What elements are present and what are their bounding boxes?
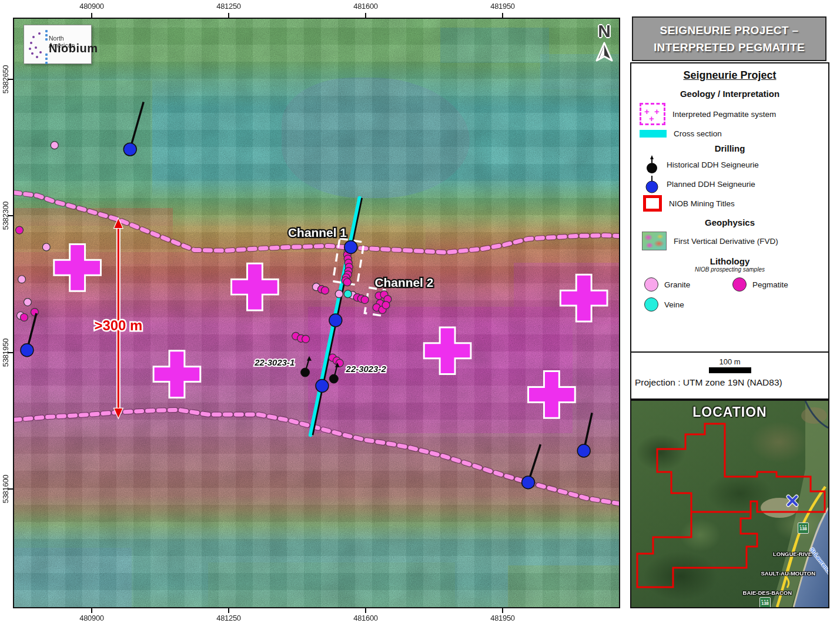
north-letter: N: [589, 21, 620, 41]
legend-item-fvd: First Vertical Derivative (FVD): [642, 232, 828, 250]
planned-ddh-dot: [123, 143, 136, 156]
veine-sample-dot: [344, 290, 352, 298]
legend-geophysics-header: Geophysics: [631, 217, 828, 227]
planned-ddh-dot: [316, 380, 329, 393]
mining-titles-swatch: [643, 195, 662, 212]
axis-label-top: 481250: [216, 2, 241, 11]
north-arrow: N: [589, 21, 620, 68]
planned-ddh-dot: [344, 240, 357, 253]
pegmatite-sample-dot: [31, 309, 38, 316]
pegmatite-sample-dot: [343, 279, 351, 286]
company-logo: North American Niobium: [24, 25, 92, 64]
pegmatite-system-swatch: +++: [640, 103, 665, 125]
axis-tick: [365, 13, 366, 18]
pegmatite-plus-symbol: [560, 274, 607, 321]
lithology-items: Granite Pegmatite Veine: [644, 277, 828, 312]
legend-project-title: Seigneurie Project: [631, 69, 828, 82]
pegmatite-boundary-outline: [14, 193, 619, 253]
location-inset-map: LOCATION LONGUE-RIVE SAULT-AU-MOUTON BAI…: [630, 400, 829, 608]
axis-tick: [91, 13, 92, 18]
legend-lithology-subtitle: NIOB prospecting samples: [631, 266, 828, 273]
planned-ddh-dot: [21, 344, 34, 357]
pegmatite-sample-dot: [382, 302, 390, 309]
main-map: Channel 1Channel 222-3023-122-3023-2>300…: [13, 18, 620, 608]
pegmatite-boundary-outline: [14, 410, 619, 503]
pegmatite-plus-symbol: [153, 351, 200, 398]
pegmatite-sample-dot: [361, 296, 369, 304]
historical-ddh-dot: [329, 374, 338, 383]
axis-tick: [8, 79, 13, 80]
map-title-line1: SEIGNEURIE PROJECT –: [660, 22, 798, 39]
axis-tick: [502, 13, 503, 18]
granite-sample-dot: [18, 276, 26, 283]
pegmatite-sample-dot: [21, 313, 28, 321]
town-sault-au-mouton: SAULT-AU-MOUTON: [761, 570, 815, 577]
legend-geology-header: Geology / Interpretation: [631, 89, 828, 99]
route-138-shield: ★★★ 138: [798, 522, 809, 534]
legend-item-veine: Veine: [644, 297, 732, 312]
pegmatite-boundary-dashed: [14, 193, 619, 253]
legend-lithology-header: Lithology: [631, 256, 828, 266]
pegmatite-plus-symbol: [54, 244, 101, 291]
granite-sample-dot: [24, 299, 31, 306]
planned-ddh-dot: [522, 476, 535, 489]
map-title-line2: INTERPRETED PEGMATITE: [654, 39, 805, 56]
axis-label-top: 481950: [490, 2, 515, 11]
scale-label: 100 m: [631, 357, 828, 366]
hole-22-3023-2-label: 22-3023-2: [346, 364, 387, 374]
town-longue-rive: LONGUE-RIVE: [773, 551, 812, 557]
axis-label-top: 480900: [79, 2, 104, 11]
axis-tick: [8, 488, 13, 490]
axis-tick: [8, 352, 13, 353]
pegmatite-plus-symbol: [424, 327, 471, 374]
planned-ddh-dot: [329, 314, 342, 327]
granite-sample-dot: [51, 142, 58, 149]
granite-sample-dot: [42, 243, 50, 251]
map-symbols-layer: Channel 1Channel 222-3023-122-3023-2>300…: [14, 19, 619, 607]
channel-1-label: Channel 1: [288, 226, 347, 239]
channel-2-label: Channel 2: [374, 276, 433, 289]
pegmatite-swatch: [732, 277, 747, 292]
projection-note: Projection : UTM zone 19N (NAD83): [635, 377, 828, 388]
logo-text-big: Niobium: [49, 42, 98, 55]
veine-swatch: [644, 297, 658, 312]
legend-item-planned-ddh: Planned DDH Seigneurie: [644, 175, 828, 193]
planned-ddh-dot: [577, 444, 590, 457]
scale-bar: [709, 367, 751, 373]
legend-drilling-header: Drilling: [631, 143, 828, 153]
project-x-marker: [788, 497, 797, 505]
axis-label-bottom: 481950: [490, 614, 515, 622]
granite-sample-dot: [335, 290, 343, 298]
pegmatite-plus-symbol: [528, 371, 575, 418]
historical-ddh-dot: [301, 368, 310, 377]
pegmatite-plus-symbol: [232, 263, 279, 310]
route-138-shield: ★★★ 138: [759, 597, 771, 608]
axis-label-bottom: 480900: [79, 614, 104, 622]
axis-tick: [365, 608, 366, 613]
granite-swatch: [644, 277, 658, 292]
north-arrow-icon: [591, 41, 617, 67]
scale-panel: 100 m Projection : UTM zone 19N (NAD83): [630, 351, 829, 400]
hole-22-3023-1-label: 22-3023-1: [254, 357, 294, 367]
pegmatite-boundary-dashed: [14, 410, 619, 503]
legend-item-historical-ddh: Historical DDH Seigneurie: [644, 155, 828, 175]
axis-tick: [8, 215, 13, 216]
axis-label-top: 481600: [353, 2, 378, 11]
legend-item-mining-titles: NIOB Mining Titles: [643, 195, 828, 212]
inset-title: LOCATION: [631, 404, 828, 420]
pegmatite-sample-dot: [302, 335, 310, 343]
planned-ddh-icon: [644, 175, 660, 193]
pegmatite-sample-dot: [321, 287, 329, 294]
planned-ddh-trace: [130, 102, 143, 149]
axis-tick: [502, 608, 503, 613]
cross-section-swatch: [640, 130, 667, 138]
legend-item-pegmatite: Pegmatite: [732, 277, 821, 292]
axis-label-bottom: 481250: [216, 614, 241, 622]
map-title-box: SEIGNEURIE PROJECT – INTERPRETED PEGMATI…: [632, 16, 826, 61]
map-figure: 480900 481250 481600 481950 480900 48125…: [0, 0, 840, 623]
town-baie-des-bacon: BAIE-DES-BACON: [743, 589, 792, 596]
legend-panel: Seigneurie Project Geology / Interpretat…: [630, 62, 829, 353]
width-300m-label: >300 m: [94, 317, 142, 333]
legend-item-pegmatite-system: +++ Interpreted Pegmatite system: [640, 103, 828, 125]
axis-tick: [91, 608, 92, 613]
